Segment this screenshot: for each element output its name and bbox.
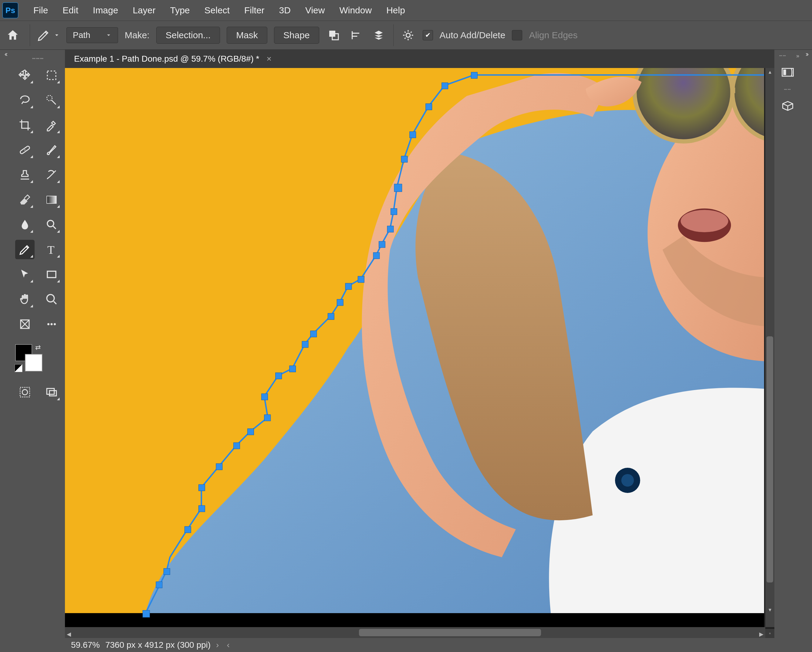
scroll-left-icon[interactable]: ◂ [67,629,71,639]
zoom-tool[interactable] [42,290,61,309]
history-brush-tool[interactable] [42,165,61,185]
edit-toolbar[interactable] [42,315,61,334]
chevron-down-icon [54,32,60,38]
menu-file[interactable]: File [26,3,55,18]
menu-type[interactable]: Type [163,3,197,18]
path-select-tool[interactable] [15,265,35,284]
menu-view[interactable]: View [298,3,332,18]
document-tab[interactable]: Example 1 - Path Done.psd @ 59.7% (RGB/8… [65,50,281,68]
properties-panel-button[interactable] [778,65,798,81]
status-zoom[interactable]: 59.67% [71,640,100,650]
scroll-right-icon[interactable]: ▸ [759,629,763,639]
quick-select-tool[interactable] [42,90,61,110]
clone-stamp-tool[interactable] [15,165,35,185]
crop-tool[interactable] [15,115,35,135]
menu-image[interactable]: Image [85,3,125,18]
left-collapse-gutter: ‹‹ [0,50,11,652]
menu-select[interactable]: Select [197,3,237,18]
rect-icon [45,268,58,281]
svg-rect-37 [234,443,240,449]
panel-grip[interactable]: ┅┅┅ [14,55,62,62]
path-arrangement-button[interactable] [371,27,386,43]
eraser-tool[interactable] [15,190,35,209]
scroll-corner[interactable]: ▫ [765,629,774,638]
brush-tool[interactable] [42,140,61,160]
expand-panels-icon[interactable]: » [796,53,799,59]
tool-mode-dropdown[interactable]: Path [66,27,118,43]
horizontal-scrollbar[interactable]: ◂ ▸ [65,627,765,638]
svg-rect-46 [337,299,343,306]
svg-rect-41 [276,373,282,379]
path-alignment-button[interactable] [348,27,364,43]
collapse-left-icon[interactable]: ‹‹ [5,50,7,58]
make-mask-button[interactable]: Mask [227,27,267,44]
frame-icon [18,318,31,331]
align-edges-checkbox[interactable] [512,30,522,40]
scrollbar-thumb[interactable] [766,336,773,582]
blur-tool[interactable] [15,215,35,234]
hand-tool[interactable] [15,290,35,309]
status-chevron-icon[interactable]: › [216,640,219,650]
gradient-tool[interactable] [42,190,61,209]
quickmask-icon [18,386,31,399]
pen-icon [18,243,31,256]
marquee-icon [45,69,58,82]
type-tool[interactable]: T [42,240,61,259]
auto-add-delete-checkbox[interactable] [423,30,433,40]
spot-heal-tool[interactable] [15,140,35,160]
app-logo[interactable]: Ps [2,2,18,18]
home-button[interactable] [5,27,21,43]
collapse-right-icon[interactable]: ›› [806,50,808,58]
svg-rect-58 [471,72,478,79]
document-tab-title: Example 1 - Path Done.psd @ 59.7% (RGB/8… [74,54,259,64]
path-options-gear[interactable] [400,27,416,43]
status-left-arrow-icon[interactable]: ‹ [227,640,229,650]
eyedropper-tool[interactable] [42,115,61,135]
libraries-panel-button[interactable] [778,98,798,114]
menu-3d[interactable]: 3D [272,3,298,18]
quick-mask-tool[interactable] [15,382,35,402]
menu-filter[interactable]: Filter [237,3,272,18]
menu-help[interactable]: Help [379,3,412,18]
scrollbar-thumb[interactable] [359,629,541,636]
screen-mode-tool[interactable] [42,382,61,402]
tools-panel: ┅┅┅ T ⇄ [11,50,65,652]
menu-window[interactable]: Window [332,3,379,18]
magnify-icon [45,218,58,231]
wand-icon [45,94,58,107]
marquee-tool[interactable] [42,66,61,85]
panel-grip[interactable]: ┅┅ [779,53,786,59]
svg-rect-30 [143,611,150,617]
frame-tool[interactable] [15,315,35,334]
svg-rect-34 [199,505,205,512]
scroll-up-icon[interactable]: ▴ [765,69,774,75]
make-selection-button[interactable]: Selection... [156,27,220,44]
move-tool[interactable] [15,66,35,85]
dodge-tool[interactable] [42,215,61,234]
menu-edit[interactable]: Edit [55,3,85,18]
panel-grip[interactable]: ┅┅ [784,87,791,92]
svg-rect-38 [247,429,254,435]
rectangle-tool[interactable] [42,265,61,284]
make-shape-button[interactable]: Shape [274,27,319,44]
scroll-down-icon[interactable]: ▾ [765,606,774,613]
svg-point-14 [51,323,53,325]
swap-colors-icon[interactable]: ⇄ [35,344,41,351]
svg-rect-57 [442,82,448,89]
canvas[interactable] [65,68,764,627]
tool-preset-picker[interactable] [37,28,60,42]
close-tab-button[interactable]: × [267,54,272,64]
menu-layer[interactable]: Layer [125,3,163,18]
pen-tool[interactable] [15,240,35,259]
status-dimensions[interactable]: 7360 px x 4912 px (300 ppi) [105,640,211,650]
svg-rect-33 [185,526,191,533]
path-operations-button[interactable] [326,27,342,43]
svg-rect-45 [328,313,334,320]
svg-rect-56 [426,104,432,110]
default-colors-icon[interactable] [15,364,23,372]
background-color[interactable] [25,354,43,371]
svg-rect-51 [387,226,394,232]
svg-rect-29 [65,613,764,627]
vertical-scrollbar[interactable]: ▴ ▾ [765,68,774,627]
lasso-tool[interactable] [15,90,35,110]
